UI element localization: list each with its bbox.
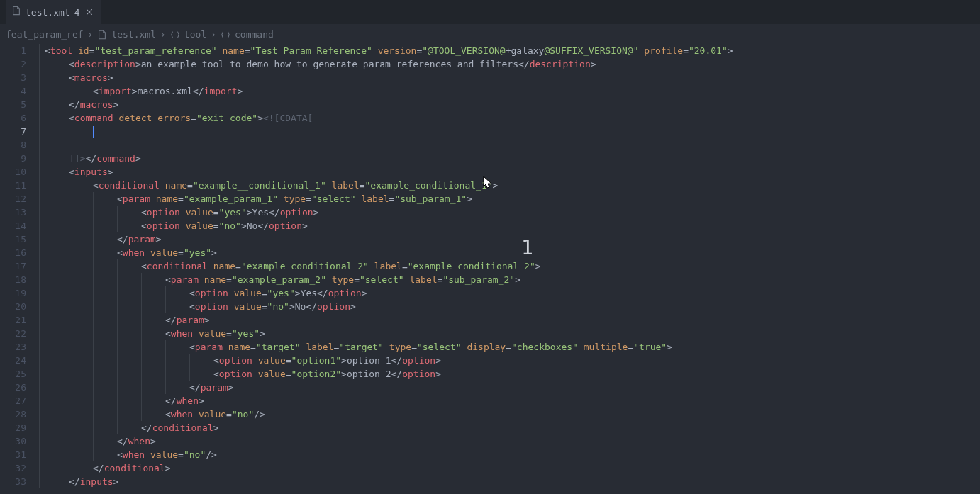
code-area[interactable]: <tool id="test_param_reference" name="Te… — [39, 44, 980, 494]
line-number: 33 — [0, 475, 26, 488]
line-number: 27 — [0, 394, 26, 408]
line-number: 7 — [0, 125, 26, 138]
chevron-right-icon: › — [160, 28, 166, 41]
line-number: 20 — [0, 300, 26, 313]
line-number: 3 — [0, 71, 26, 84]
code-line[interactable]: <description>an example tool to demo how… — [39, 57, 980, 71]
code-line[interactable]: <when value="no"/> — [39, 408, 980, 421]
line-number: 18 — [0, 273, 26, 286]
code-line[interactable]: <option value="yes">Yes</option> — [39, 286, 980, 300]
code-line[interactable]: <command detect_errors="exit_code"><![CD… — [39, 111, 980, 125]
line-number: 24 — [0, 354, 26, 367]
line-number: 12 — [0, 192, 26, 206]
code-line[interactable]: </conditional> — [39, 461, 980, 475]
line-number: 11 — [0, 179, 26, 192]
code-line[interactable]: <param name="target" label="target" type… — [39, 340, 980, 354]
code-line[interactable]: <macros> — [39, 71, 980, 84]
code-line[interactable]: <when value="no"/> — [39, 448, 980, 461]
close-icon[interactable] — [84, 6, 95, 18]
file-icon — [97, 28, 107, 41]
code-line[interactable]: <conditional name="example__conditional_… — [39, 179, 980, 192]
breadcrumb-symbol-command[interactable]: command — [235, 28, 274, 41]
code-line[interactable]: <option value="option1">option 1</option… — [39, 354, 980, 367]
line-number: 10 — [0, 165, 26, 179]
code-line[interactable]: <when value="yes"> — [39, 327, 980, 340]
line-number: 29 — [0, 421, 26, 434]
code-line[interactable]: <conditional name="example_conditional_2… — [39, 259, 980, 273]
tab-bar: test.xml 4 — [0, 0, 980, 24]
breadcrumb-folder[interactable]: feat_param_ref — [6, 28, 84, 41]
line-number: 30 — [0, 434, 26, 448]
code-line[interactable]: </param> — [39, 232, 980, 246]
code-line[interactable]: <option value="yes">Yes</option> — [39, 206, 980, 219]
line-number: 16 — [0, 246, 26, 259]
code-line[interactable] — [39, 125, 980, 138]
line-number: 15 — [0, 232, 26, 246]
line-number: 14 — [0, 219, 26, 232]
line-number: 1 — [0, 44, 26, 57]
code-line[interactable]: </macros> — [39, 98, 980, 111]
chevron-right-icon: › — [211, 28, 216, 41]
symbol-icon — [221, 28, 230, 41]
code-line[interactable] — [39, 138, 980, 152]
line-number: 2 — [0, 57, 26, 71]
breadcrumb[interactable]: feat_param_ref › test.xml › tool › comma… — [0, 24, 980, 44]
code-line[interactable]: <param name="example_param_2" type="sele… — [39, 273, 980, 286]
line-number: 23 — [0, 340, 26, 354]
line-numbers-gutter: 1234567891011121314151617181920212223242… — [0, 44, 39, 494]
tab-filename: test.xml — [26, 6, 70, 19]
code-line[interactable]: <option value="option2">option 2</option… — [39, 367, 980, 381]
editor[interactable]: 1234567891011121314151617181920212223242… — [0, 44, 980, 494]
line-number: 19 — [0, 286, 26, 300]
line-number: 32 — [0, 461, 26, 475]
line-number: 28 — [0, 408, 26, 421]
code-line[interactable]: </conditional> — [39, 421, 980, 434]
code-line[interactable]: <tool id="test_param_reference" name="Te… — [39, 44, 980, 57]
code-line[interactable]: </param> — [39, 381, 980, 394]
tab-test-xml[interactable]: test.xml 4 — [6, 0, 101, 24]
file-icon — [11, 6, 21, 19]
code-line[interactable]: </when> — [39, 434, 980, 448]
code-line[interactable]: <inputs> — [39, 165, 980, 179]
code-line[interactable]: <option value="no">No</option> — [39, 300, 980, 313]
line-number: 22 — [0, 327, 26, 340]
line-number: 5 — [0, 98, 26, 111]
line-number: 17 — [0, 259, 26, 273]
line-number: 25 — [0, 367, 26, 381]
code-line[interactable]: </param> — [39, 313, 980, 327]
breadcrumb-file[interactable]: test.xml — [111, 28, 156, 41]
chevron-right-icon: › — [88, 28, 94, 41]
line-number: 21 — [0, 313, 26, 327]
line-number: 4 — [0, 84, 26, 98]
code-line[interactable]: <import>macros.xml</import> — [39, 84, 980, 98]
line-number: 8 — [0, 138, 26, 152]
code-line[interactable]: <param name="example_param_1" type="sele… — [39, 192, 980, 206]
code-line[interactable]: </inputs> — [39, 475, 980, 488]
line-number: 13 — [0, 206, 26, 219]
line-number: 26 — [0, 381, 26, 394]
code-line[interactable]: <when value="yes"> — [39, 246, 980, 259]
text-caret — [93, 126, 94, 138]
line-number: 9 — [0, 152, 26, 165]
line-number: 6 — [0, 111, 26, 125]
code-line[interactable]: <option value="no">No</option> — [39, 219, 980, 232]
tab-dirty-marker: 4 — [74, 6, 80, 19]
breadcrumb-symbol-tool[interactable]: tool — [184, 28, 206, 41]
symbol-icon — [170, 28, 180, 41]
line-number: 31 — [0, 448, 26, 461]
code-line[interactable]: ]]></command> — [39, 152, 980, 165]
code-line[interactable]: </when> — [39, 394, 980, 408]
